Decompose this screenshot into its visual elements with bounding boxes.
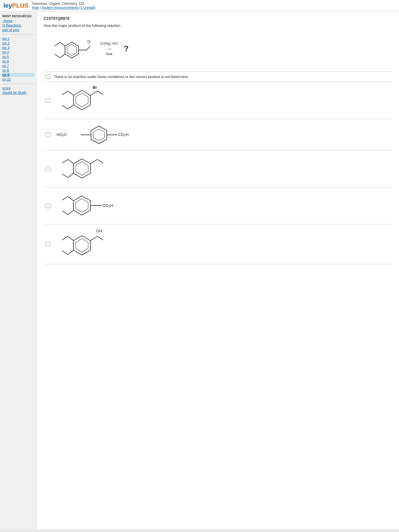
announcements-link[interactable]: System Announcements (1 Unread) <box>42 6 96 10</box>
svg-line-19 <box>76 103 82 107</box>
svg-line-25 <box>62 105 68 109</box>
svg-line-77 <box>90 236 97 241</box>
svg-text:OH: OH <box>96 229 102 233</box>
checkbox-e[interactable] <box>46 242 50 246</box>
sidebar-item-reactions[interactable]: in Reactions <box>2 23 34 27</box>
checkbox-d[interactable] <box>46 204 50 208</box>
svg-line-22 <box>68 91 73 95</box>
svg-line-32 <box>99 138 105 141</box>
svg-line-73 <box>68 236 73 241</box>
question-prompt: Give the major product of the following … <box>44 23 392 28</box>
sidebar-q9[interactable]: on 9 <box>2 73 34 77</box>
svg-line-16 <box>82 93 88 97</box>
checkbox-no-reaction[interactable] <box>46 74 50 79</box>
svg-line-30 <box>99 129 105 132</box>
sidebar-divider-1 <box>2 34 34 34</box>
reaction-conditions: Zn(Hg), HCl → heat <box>100 42 118 56</box>
svg-line-35 <box>93 129 99 132</box>
option-no-reaction[interactable]: There is no reaction under these conditi… <box>44 71 392 82</box>
svg-line-62 <box>68 210 73 215</box>
svg-line-67 <box>82 239 88 242</box>
header-book-info: Solomons, Organic Chemistry, 12e Help | … <box>32 2 96 10</box>
sidebar-q6[interactable]: on 6 <box>2 59 34 63</box>
svg-line-44 <box>76 172 82 175</box>
svg-line-56 <box>82 209 88 212</box>
svg-line-26 <box>90 91 97 95</box>
logo-wiley: ley <box>3 2 12 9</box>
checkbox-a[interactable] <box>46 98 50 103</box>
svg-line-76 <box>62 251 68 254</box>
sidebar-q7[interactable]: on 7 <box>2 64 34 68</box>
question-content: C15T07Q8978 Give the major product of th… <box>37 12 399 529</box>
option-d[interactable]: CO₂H <box>44 187 392 224</box>
svg-line-57 <box>76 209 82 212</box>
sidebar-q3[interactable]: ion 3 <box>2 46 34 50</box>
molecule-c <box>54 153 110 184</box>
svg-text:CO₂H: CO₂H <box>118 132 129 137</box>
svg-line-47 <box>68 159 73 164</box>
svg-line-48 <box>62 159 68 163</box>
svg-line-43 <box>82 172 88 175</box>
svg-line-61 <box>62 196 68 200</box>
answer-options: There is no reaction under these conditi… <box>44 71 392 264</box>
reaction-box: O Zn(Hg), HCl → heat ? <box>44 32 392 66</box>
svg-text:CO₂H: CO₂H <box>103 203 113 208</box>
sidebar-q5[interactable]: on 5 <box>2 55 34 59</box>
question-mark-symbol: ? <box>124 44 129 53</box>
sidebar-results[interactable]: results by Study <box>2 91 34 95</box>
svg-line-70 <box>76 248 82 252</box>
sidebar-item-arene[interactable]: -Arene <box>2 19 34 23</box>
svg-line-74 <box>62 236 68 240</box>
book-title: Solomons, Organic Chemistry, 12e <box>32 2 84 6</box>
svg-line-52 <box>97 159 103 163</box>
svg-line-33 <box>93 138 99 141</box>
no-reaction-text: There is no reaction under these conditi… <box>54 75 189 79</box>
question-id: C15T07Q8978 <box>44 16 392 21</box>
svg-line-8 <box>55 42 60 46</box>
svg-line-72 <box>76 239 82 242</box>
option-e[interactable]: OH <box>44 224 392 264</box>
molecule-a: Br <box>54 85 110 116</box>
reagent-line1: Zn(Hg), HCl <box>100 42 118 46</box>
logo-plus: PLUS <box>12 2 29 9</box>
molecule-b: HO₂C CO₂H <box>54 122 144 147</box>
reactant-molecule: O <box>44 34 94 63</box>
svg-text:O: O <box>87 39 90 44</box>
svg-line-49 <box>68 173 73 178</box>
option-b[interactable]: HO₂C CO₂H <box>44 119 392 150</box>
help-link[interactable]: Help <box>32 6 39 10</box>
svg-line-78 <box>97 236 103 240</box>
svg-text:Br: Br <box>93 85 97 90</box>
svg-line-75 <box>68 250 73 254</box>
svg-line-51 <box>90 159 97 164</box>
sidebar-divider-2 <box>2 84 34 84</box>
checkbox-b[interactable] <box>46 132 50 137</box>
reagent-line2: heat <box>106 52 112 56</box>
sidebar-q8[interactable]: on 8 <box>2 68 34 72</box>
sidebar-q1[interactable]: ion 1 <box>2 37 34 41</box>
sidebar-item-part[interactable]: part of your <box>2 28 34 32</box>
svg-line-7 <box>60 42 65 46</box>
resources-title: MENT RESOURCES <box>2 14 34 18</box>
svg-line-27 <box>97 91 103 95</box>
option-c[interactable] <box>44 150 392 187</box>
main-layout: MENT RESOURCES -Arene in Reactions part … <box>0 12 399 529</box>
option-a[interactable]: Br <box>44 82 392 119</box>
sidebar-score[interactable]: score <box>2 86 34 90</box>
sidebar: MENT RESOURCES -Arene in Reactions part … <box>0 12 37 529</box>
svg-line-23 <box>62 91 68 95</box>
svg-line-50 <box>62 174 68 178</box>
sidebar-q2[interactable]: ion 2 <box>2 41 34 45</box>
svg-line-60 <box>68 196 73 201</box>
svg-line-63 <box>62 211 68 215</box>
svg-line-10 <box>55 54 60 58</box>
svg-line-69 <box>82 248 88 252</box>
sidebar-q10[interactable]: on 10 <box>2 77 34 81</box>
svg-line-24 <box>68 105 73 109</box>
sidebar-q4[interactable]: on 4 <box>2 50 34 54</box>
svg-text:HO₂C: HO₂C <box>57 132 67 137</box>
svg-line-59 <box>76 199 82 202</box>
checkbox-c[interactable] <box>46 166 50 171</box>
svg-line-54 <box>82 199 88 202</box>
svg-line-18 <box>82 103 88 107</box>
